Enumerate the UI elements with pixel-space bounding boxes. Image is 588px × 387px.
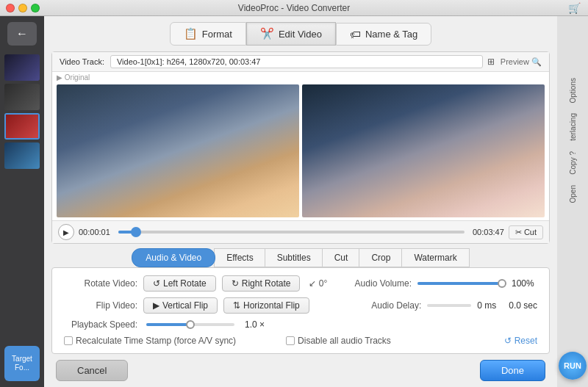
window-title: VideoProc - Video Converter <box>238 3 350 13</box>
left-rotate-label: Left Rotate <box>163 278 207 289</box>
horizontal-flip-label: Horizontal Flip <box>243 300 300 311</box>
sidebar-thumb-2[interactable] <box>4 84 40 110</box>
back-button[interactable]: ← <box>7 22 37 46</box>
tab-audio-video[interactable]: Audio & Video <box>132 248 215 267</box>
edit-panel: Rotate Video: ↺ Left Rotate ↻ Right Rota… <box>51 267 550 354</box>
run-label: RUN <box>564 361 581 370</box>
original-label: ▶ Original <box>57 73 90 82</box>
sidebar-thumb-4[interactable] <box>4 142 40 169</box>
audio-delay-label: Audio Delay: <box>371 300 421 311</box>
track-dropdown[interactable]: ⊞ <box>487 57 495 67</box>
maximize-button[interactable] <box>31 4 40 12</box>
preview-area-labels: ▶ Original <box>52 72 549 82</box>
volume-slider[interactable] <box>417 282 506 285</box>
audio-volume-label: Audio Volume: <box>355 278 412 289</box>
video-previews <box>52 82 549 220</box>
close-button[interactable] <box>6 4 15 12</box>
name-tag-button[interactable]: 🏷 Name & Tag <box>336 23 431 46</box>
vertical-flip-icon: ▶ <box>153 300 159 311</box>
audio-delay-section: Audio Delay: 0 ms 0.0 sec <box>371 300 537 311</box>
rotate-label: Rotate Video: <box>64 278 137 289</box>
tab-cut[interactable]: Cut <box>322 248 361 267</box>
done-button[interactable]: Done <box>480 360 545 381</box>
left-sidebar: ← Target Fo... <box>0 16 44 387</box>
minimize-button[interactable] <box>18 4 27 12</box>
vertical-flip-button[interactable]: ▶ Vertical Flip <box>143 297 218 314</box>
center-content: 📋 Format ✂️ Edit Video 🏷 Name & Tag Vide… <box>44 16 557 387</box>
edit-video-icon: ✂️ <box>260 27 274 40</box>
speed-thumb[interactable] <box>186 320 195 329</box>
timeline-track[interactable] <box>118 231 465 234</box>
tab-effects[interactable]: Effects <box>214 248 265 267</box>
left-video-frame <box>57 84 299 217</box>
sidebar-thumb-1[interactable] <box>4 54 40 81</box>
tab-watermark[interactable]: Watermark <box>401 248 469 267</box>
tab-subtitles[interactable]: Subtitles <box>265 248 323 267</box>
volume-fill <box>417 282 506 285</box>
video-track-bar: Video Track: Video-1[0x1]: h264, 1280x72… <box>52 52 549 72</box>
bottom-bar: Cancel Done <box>44 354 557 387</box>
flip-row: Flip Video: ▶ Vertical Flip ⇅ Horizontal… <box>64 297 537 314</box>
right-preview-panel <box>302 84 545 217</box>
left-rotate-button[interactable]: ↺ Left Rotate <box>143 275 216 292</box>
cancel-button[interactable]: Cancel <box>56 360 128 381</box>
cut-label: Cut <box>524 228 537 236</box>
flip-label: Flip Video: <box>64 300 137 311</box>
right-sidebar: Options terlacing Copy ? Open RUN <box>557 16 588 387</box>
audio-volume-section: Audio Volume: 100% <box>355 278 537 289</box>
angle-value: ↙ 0° <box>309 278 327 289</box>
cut-button[interactable]: ✂ Cut <box>509 225 543 239</box>
reset-button[interactable]: ↺ Reset <box>504 336 537 346</box>
edit-video-button[interactable]: ✂️ Edit Video <box>246 22 336 46</box>
vertical-flip-label: Vertical Flip <box>162 300 208 311</box>
sidebar-copy[interactable]: Copy ? <box>567 148 578 178</box>
target-folder-button[interactable]: Target Fo... <box>4 346 40 381</box>
horizontal-flip-button[interactable]: ⇅ Horizontal Flip <box>223 297 309 314</box>
cart-icon[interactable]: 🛒 <box>568 2 581 14</box>
name-tag-label: Name & Tag <box>365 29 417 40</box>
disable-audio-checkbox[interactable] <box>286 336 295 345</box>
time-start: 00:00:01 <box>79 228 114 236</box>
reset-icon: ↺ <box>504 336 512 346</box>
format-button[interactable]: 📋 Format <box>170 22 246 46</box>
preview-label: Preview 🔍 <box>501 57 542 67</box>
horizontal-flip-icon: ⇅ <box>233 300 240 311</box>
speed-fill <box>146 323 190 326</box>
recalc-checkbox[interactable] <box>64 336 73 345</box>
delay-slider[interactable] <box>427 304 471 307</box>
timeline-thumb[interactable] <box>131 227 141 237</box>
timeline-bar: ▶ 00:00:01 00:03:47 ✂ Cut <box>52 220 549 243</box>
edit-tabs: Audio & Video Effects Subtitles Cut Crop… <box>44 244 557 267</box>
volume-thumb[interactable] <box>498 279 506 288</box>
audio-delay-sec: 0.0 sec <box>509 300 537 311</box>
checkbox-row: Recalculate Time Stamp (force A/V sync) … <box>64 336 537 346</box>
video-section: Video Track: Video-1[0x1]: h264, 1280x72… <box>51 51 550 244</box>
reset-label: Reset <box>514 336 537 346</box>
name-tag-icon: 🏷 <box>350 28 361 40</box>
format-label: Format <box>202 29 232 40</box>
recalc-label: Recalculate Time Stamp (force A/V sync) <box>76 336 236 346</box>
top-toolbar: 📋 Format ✂️ Edit Video 🏷 Name & Tag <box>44 16 557 51</box>
speed-slider[interactable] <box>146 323 234 326</box>
rotate-row: Rotate Video: ↺ Left Rotate ↻ Right Rota… <box>64 275 537 292</box>
recalc-checkbox-wrap: Recalculate Time Stamp (force A/V sync) <box>64 336 236 346</box>
cut-icon: ✂ <box>515 228 524 236</box>
sidebar-thumb-3[interactable] <box>4 113 40 140</box>
run-button[interactable]: RUN <box>559 352 587 380</box>
left-rotate-icon: ↺ <box>153 278 160 289</box>
tab-crop[interactable]: Crop <box>359 248 403 267</box>
edit-video-label: Edit Video <box>279 29 322 40</box>
sidebar-options[interactable]: Options <box>567 75 578 106</box>
right-rotate-button[interactable]: ↻ Right Rotate <box>222 275 301 292</box>
right-video-frame <box>302 84 545 217</box>
right-rotate-icon: ↻ <box>232 278 239 289</box>
playback-value: 1.0 × <box>245 319 265 330</box>
window-chrome: VideoProc - Video Converter 🛒 <box>0 0 588 16</box>
disable-audio-label: Disable all audio Tracks <box>298 336 391 346</box>
audio-volume-value: 100% <box>512 278 537 289</box>
sidebar-open[interactable]: Open <box>567 182 578 206</box>
sidebar-interlacing[interactable]: terlacing <box>567 110 578 144</box>
left-preview-panel <box>57 84 299 217</box>
play-button[interactable]: ▶ <box>58 224 74 240</box>
right-rotate-label: Right Rotate <box>242 278 291 289</box>
